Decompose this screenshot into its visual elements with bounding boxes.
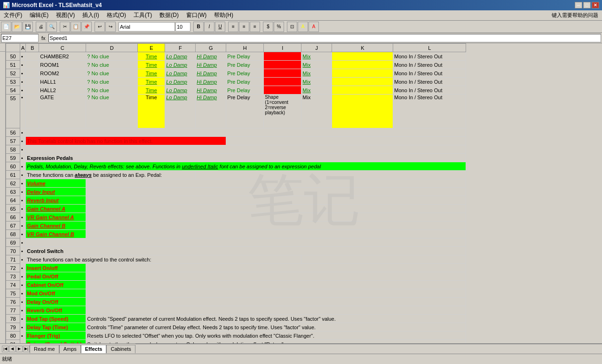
cell-55-a[interactable]: • xyxy=(20,95,26,128)
underline-button[interactable]: U xyxy=(215,22,225,32)
row-num-77[interactable]: 77 xyxy=(6,306,20,315)
cell-70-header[interactable]: Control Switch xyxy=(26,247,466,255)
cell-53-c[interactable]: HALL1 xyxy=(39,78,86,86)
col-header-h[interactable]: H xyxy=(226,44,264,52)
cell-52-f[interactable]: Lo Damp xyxy=(165,69,196,78)
percent-button[interactable]: % xyxy=(274,22,284,32)
row-num-65[interactable]: 65 xyxy=(6,205,20,213)
cell-51-l[interactable]: Mono In / Stereo Out xyxy=(393,61,466,69)
cell-54-g[interactable]: Hi Damp xyxy=(196,86,226,95)
row-num-64[interactable]: 64 xyxy=(6,196,20,205)
cell-52-k[interactable] xyxy=(332,69,393,78)
cell-50-j[interactable]: Mix xyxy=(301,52,332,61)
cell-54-f[interactable]: Lo Damp xyxy=(165,86,196,95)
cell-77-a[interactable]: • xyxy=(20,306,26,315)
name-box[interactable] xyxy=(1,34,39,42)
cell-62-rest[interactable] xyxy=(86,179,466,188)
row-num-69[interactable]: 69 xyxy=(6,238,20,247)
cell-51-e[interactable]: Time xyxy=(138,61,165,69)
row-num-63[interactable]: 63 xyxy=(6,188,20,196)
cell-57-rest[interactable] xyxy=(226,137,466,145)
cell-53-h[interactable]: Pre Delay xyxy=(226,78,264,86)
row-num-62[interactable]: 62 xyxy=(6,179,20,188)
cell-53-d[interactable]: ? No clue xyxy=(86,78,138,86)
cell-50-i[interactable] xyxy=(264,52,301,61)
col-header-a[interactable]: A xyxy=(20,44,26,52)
cell-52-g[interactable]: Hi Damp xyxy=(196,69,226,78)
cell-78-desc[interactable]: Controls "Speed" parameter of current Mo… xyxy=(86,315,466,323)
cell-59-a[interactable]: • xyxy=(20,154,26,162)
cell-50-e[interactable]: Time xyxy=(138,52,165,61)
cell-66-a[interactable]: • xyxy=(20,213,26,222)
bold-button[interactable]: B xyxy=(193,22,204,32)
cell-73-item[interactable]: Pedal On/Off xyxy=(26,272,86,281)
open-button[interactable]: 📂 xyxy=(12,22,22,32)
cell-51-g[interactable]: Hi Damp xyxy=(196,61,226,69)
cell-71-text[interactable]: These functions can be assigned to the c… xyxy=(26,255,301,264)
cell-55-c[interactable]: GATE xyxy=(39,95,86,128)
menu-window[interactable]: 窗口(W) xyxy=(182,10,210,20)
formula-input[interactable] xyxy=(48,34,601,42)
cell-81-a[interactable]: • xyxy=(20,340,26,344)
cell-74-a[interactable]: • xyxy=(20,281,26,289)
col-header-i[interactable]: I xyxy=(264,44,301,52)
copy-button[interactable]: 📋 xyxy=(71,22,81,32)
menu-tools[interactable]: 工具(T) xyxy=(130,10,156,20)
cell-74-rest[interactable] xyxy=(86,281,466,289)
grid-wrapper[interactable]: 笔记 xyxy=(6,43,602,343)
menu-file[interactable]: 文件(F) xyxy=(0,10,26,20)
row-num-60[interactable]: 60 xyxy=(6,162,20,171)
cell-55-k[interactable] xyxy=(332,95,393,128)
cell-69-a[interactable]: • xyxy=(20,238,26,247)
preview-button[interactable]: 🔍 xyxy=(47,22,57,32)
row-num-66[interactable]: 66 xyxy=(6,213,20,222)
row-num-72[interactable]: 72 xyxy=(6,264,20,272)
cell-53-b[interactable] xyxy=(26,78,39,86)
cell-72-a[interactable]: • xyxy=(20,264,26,272)
cell-80-desc[interactable]: Resets LFO to selected "Offset" when you… xyxy=(86,332,466,340)
row-num-56[interactable]: 56 xyxy=(6,128,20,137)
cell-66-rest[interactable] xyxy=(86,213,466,222)
cell-71-a[interactable]: • xyxy=(20,255,26,264)
cell-72-item[interactable]: Insert On/off xyxy=(26,264,86,272)
cell-60-desc[interactable]: Pedals, Modulation, Delay, Reverb effect… xyxy=(26,162,466,171)
cell-66-item[interactable]: VR Gain Channel A xyxy=(26,213,86,222)
print-button[interactable]: 🖨 xyxy=(36,22,46,32)
cell-78-a[interactable]: • xyxy=(20,315,26,323)
cell-58-a[interactable]: • xyxy=(20,145,26,154)
col-header-j[interactable]: J xyxy=(301,44,332,52)
font-name-input[interactable] xyxy=(119,22,175,32)
cell-56-rest[interactable] xyxy=(26,128,466,137)
cell-65-item[interactable]: Gain Channel A xyxy=(26,205,86,213)
row-num-59[interactable]: 59 xyxy=(6,154,20,162)
cell-51-i[interactable] xyxy=(264,61,301,69)
cell-52-i[interactable] xyxy=(264,69,301,78)
cell-59-header[interactable]: Expression Pedals xyxy=(26,154,466,162)
cell-70-a[interactable]: • xyxy=(20,247,26,255)
cell-51-f[interactable]: Lo Damp xyxy=(165,61,196,69)
cell-75-item[interactable]: Mod On/Off xyxy=(26,289,86,298)
col-header-b[interactable]: B xyxy=(26,44,39,52)
cell-81-desc[interactable]: Switches to the other speed when you tap… xyxy=(86,340,466,344)
cell-72-rest[interactable] xyxy=(86,264,466,272)
cut-button[interactable]: ✂ xyxy=(60,22,70,32)
tab-first-button[interactable]: |◀ xyxy=(2,346,8,352)
row-num-76[interactable]: 76 xyxy=(6,298,20,306)
cell-54-b[interactable] xyxy=(26,86,39,95)
row-num-51[interactable]: 51 xyxy=(6,61,20,69)
cell-76-a[interactable]: • xyxy=(20,298,26,306)
cell-76-item[interactable]: Delay On/Off xyxy=(26,298,86,306)
cell-57-a[interactable]: • xyxy=(20,137,26,145)
cell-55-g[interactable]: Hi Damp xyxy=(196,95,226,128)
cell-63-rest[interactable] xyxy=(86,188,466,196)
cell-50-b[interactable] xyxy=(26,52,39,61)
cell-52-e[interactable]: Time xyxy=(138,69,165,78)
cell-80-item[interactable]: Flanger (Trig) xyxy=(26,332,86,340)
cell-53-g[interactable]: Hi Damp xyxy=(196,78,226,86)
cell-55-b[interactable] xyxy=(26,95,39,128)
sheet-tab-cabinets[interactable]: Cabinets xyxy=(106,345,135,353)
cell-55-l[interactable]: Mono In / Stereo Out xyxy=(393,95,466,128)
row-num-81[interactable]: 81 xyxy=(6,340,20,344)
menu-help[interactable]: 帮助(H) xyxy=(210,10,237,20)
cell-51-h[interactable]: Pre Delay xyxy=(226,61,264,69)
